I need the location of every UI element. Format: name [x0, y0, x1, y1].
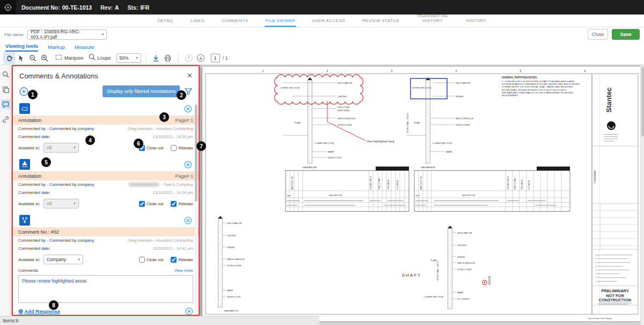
chevron-down-icon: ▾	[102, 32, 104, 37]
save-button[interactable]: Save	[612, 29, 640, 40]
marquee-label: Marquee	[64, 55, 84, 61]
loupe-tool[interactable]: Loupe	[88, 53, 111, 63]
available-to-value: Company	[47, 257, 66, 262]
comments-panel-button[interactable]	[1, 99, 11, 109]
annotation-type: Annotation	[18, 174, 41, 179]
release-checkbox[interactable]: Release	[171, 145, 193, 151]
file-select-value: PDF - 104093-RG-ARC-003.A.IFI.pdf	[31, 29, 98, 40]
redacted-name	[129, 183, 159, 186]
page-up-icon	[185, 54, 193, 62]
remove-annotation-icon[interactable]	[184, 105, 192, 113]
document-scrollbar[interactable]	[640, 65, 644, 325]
stamp-annotation-icon[interactable]	[19, 159, 30, 170]
doc-no-label: Document No:	[21, 4, 60, 11]
pages-button[interactable]	[1, 84, 11, 94]
drawing-page[interactable]: 1 2 3 4 5 6	[202, 67, 641, 321]
cloud-annotation-icon[interactable]	[19, 103, 30, 114]
scrollbar-thumb[interactable]	[641, 67, 644, 136]
drawing-label: FIRE RATING	[387, 179, 390, 190]
tab-links[interactable]: LINKS	[190, 18, 206, 27]
tab-comments[interactable]: COMMENTS	[221, 18, 250, 27]
callout-7: 7	[196, 141, 206, 151]
close-button[interactable]: Close	[588, 29, 608, 40]
add-annotation-button[interactable]	[19, 87, 28, 96]
zoom-level-select[interactable]: 50% ▾	[116, 53, 141, 63]
drawing-label: SUB-FLOOR	[227, 295, 240, 298]
panel-close-icon[interactable]: ×	[187, 71, 192, 80]
tab-viewing-tools[interactable]: Viewing tools	[5, 43, 38, 52]
commented-date-label: Commented date:	[18, 190, 50, 195]
rev-value: A	[115, 4, 119, 11]
annotation-type: Annotation	[18, 118, 41, 123]
app-logo[interactable]	[0, 0, 16, 15]
available-to-value: All	[47, 201, 52, 206]
tab-detail[interactable]: DETAIL	[157, 18, 175, 27]
download-icon	[152, 54, 160, 62]
remove-annotation-icon[interactable]	[184, 216, 192, 225]
remove-annotation-icon[interactable]	[184, 161, 192, 169]
download-button[interactable]	[150, 52, 162, 64]
annotation-list: Annotation Page# 1 Commented by - Commen…	[13, 102, 199, 316]
panel-scrollbar[interactable]	[195, 100, 197, 313]
drawing-label: Type	[415, 194, 419, 197]
file-select[interactable]: PDF - 104093-RG-ARC-003.A.IFI.pdf ▾	[27, 30, 107, 40]
tab-history[interactable]: HISTORY	[465, 18, 487, 27]
chevron-down-icon: ▾	[78, 257, 80, 262]
tab-measure[interactable]: Measure	[75, 44, 94, 52]
view-more-link[interactable]: View more	[174, 268, 193, 273]
drawing-label: SEE SCHEDULE	[227, 258, 245, 261]
tab-transmittal-history[interactable]: TRANSMITTAL HISTORY	[415, 13, 450, 27]
red-cloud-annotation[interactable]: See highlighted area	[275, 75, 395, 143]
commented-date-value: 20/10/2021 - 14:41 pm	[153, 246, 193, 251]
annotation-card-header: Annotation Page# 1	[13, 171, 199, 180]
release-checkbox[interactable]: Release	[171, 201, 193, 207]
display-filtered-annotations-button[interactable]: Display only filtered Annotations	[103, 85, 180, 97]
commented-by-value: Greg Harrison - Houston Contracting	[128, 126, 193, 131]
drawing-label: CEILING	[227, 234, 237, 237]
drawing-label: 6	[584, 69, 586, 73]
release-checkbox[interactable]: Release	[171, 257, 193, 263]
share-annotation-icon[interactable]	[19, 215, 30, 226]
drawing-label: LOWER SECTION	[314, 142, 334, 145]
chevron-down-icon: ▾	[74, 146, 76, 150]
commented-date-label: Commented date:	[18, 246, 50, 251]
search-button[interactable]	[1, 69, 11, 79]
select-tool-button[interactable]	[15, 52, 27, 64]
drawing-label: UNFIN'D WALL HEIGHT	[407, 112, 409, 134]
page-prev-button[interactable]	[183, 52, 195, 64]
marquee-tool[interactable]: Marquee	[55, 53, 84, 63]
callout-6: 6	[134, 139, 143, 148]
available-to-label: Available to:	[18, 201, 40, 206]
file-bar: File name: PDF - 104093-RG-ARC-003.A.IFI…	[0, 27, 644, 41]
links-button[interactable]	[1, 114, 11, 124]
drawing-label: STRUCTURE	[227, 264, 241, 267]
available-to-select[interactable]: All ▾	[43, 143, 79, 153]
drawing-label: FLOORING	[457, 298, 470, 300]
print-button[interactable]	[162, 52, 174, 64]
comment-card: Comment No.: #02 Commented by - Commente…	[13, 213, 199, 316]
select-cursor-icon	[17, 54, 25, 62]
available-to-select[interactable]: All ▾	[43, 199, 79, 208]
tab-review-status[interactable]: REVIEW STATUS	[361, 18, 400, 27]
hand-pan-icon	[5, 54, 13, 62]
see-highlighted-label: See highlighted area	[367, 140, 394, 143]
available-to-select[interactable]: Company ▾	[43, 255, 83, 264]
close-out-checkbox[interactable]: Close out	[139, 257, 164, 263]
tab-file-viewer[interactable]: FILE VIEWER	[265, 18, 296, 27]
pan-tool-button[interactable]	[3, 52, 15, 64]
zoom-in-button[interactable]	[39, 52, 50, 64]
consultant-label: Consultant	[593, 170, 596, 183]
page-next-button[interactable]	[195, 52, 207, 64]
tab-markup[interactable]: Markup	[48, 44, 65, 52]
comment-text-box[interactable]: Please review highlighted areas.	[18, 275, 193, 303]
close-out-checkbox[interactable]: Close out	[139, 201, 164, 207]
page-number-input[interactable]	[211, 54, 220, 62]
marquee-icon	[55, 53, 63, 63]
commented-by-label: Commented by - Commented by company:	[18, 182, 95, 187]
zoom-out-button[interactable]	[27, 52, 39, 64]
panel-scrollbar-thumb[interactable]	[195, 105, 197, 201]
remove-comment-icon[interactable]	[185, 307, 193, 315]
tab-user-access[interactable]: USER ACCESS	[311, 18, 346, 27]
zoom-level-value: 50%	[120, 55, 129, 61]
general-partition-notes: GENERAL PARTITION NOTES: 1. CONSTRUCTED …	[502, 76, 580, 97]
